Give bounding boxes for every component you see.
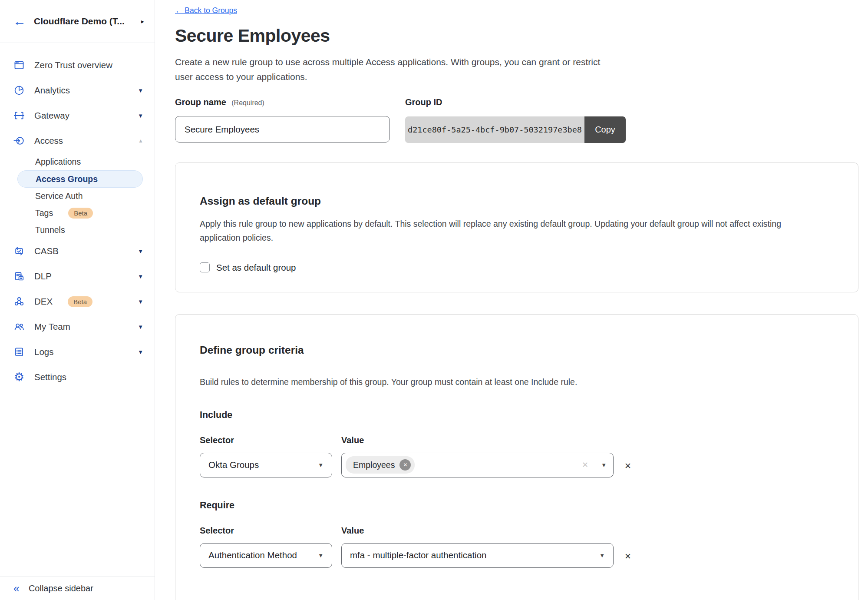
define-group-criteria-title: Define group criteria <box>200 344 834 356</box>
sidebar-item-label: Service Auth <box>35 191 83 201</box>
sidebar-item-label: Logs <box>34 347 53 357</box>
group-name-input[interactable] <box>175 116 390 143</box>
sidebar-item-dlp[interactable]: DLP▼ <box>0 264 155 289</box>
require-selector-dropdown[interactable]: Authentication Method ▼ <box>200 543 332 568</box>
beta-badge: Beta <box>68 208 93 219</box>
group-id-value: d21ce80f-5a25-4bcf-9b07-5032197e3be8 <box>405 116 584 143</box>
sidebar-nav: Zero Trust overviewAnalytics▼Gateway▼Acc… <box>0 43 155 390</box>
require-selector-value: Authentication Method <box>208 550 297 560</box>
dex-icon <box>13 296 25 307</box>
include-value-label: Value <box>341 435 614 445</box>
chevron-down-icon: ▼ <box>138 349 143 355</box>
group-id-label: Group ID <box>405 97 626 107</box>
sidebar-item-label: DLP <box>34 271 52 282</box>
sidebar-item-logs[interactable]: Logs▼ <box>0 339 155 365</box>
set-default-group-row[interactable]: Set as default group <box>200 262 834 273</box>
sidebar-item-access[interactable]: Access▲ <box>0 128 155 153</box>
define-group-criteria-description: Build rules to determine membership of t… <box>200 377 834 387</box>
require-value-dropdown[interactable]: mfa - multiple-factor authentication ▼ <box>341 543 614 568</box>
dlp-icon <box>13 271 25 282</box>
sidebar-item-my-team[interactable]: My Team▼ <box>0 314 155 339</box>
zero-trust-overview-icon <box>13 60 25 71</box>
sidebar-item-service-auth[interactable]: Service Auth <box>0 188 155 205</box>
back-to-groups-link[interactable]: ← Back to Groups <box>175 6 237 15</box>
group-name-label: Group name <box>175 97 226 107</box>
sidebar-item-label: Tunnels <box>35 225 65 235</box>
analytics-icon <box>13 85 25 96</box>
sidebar-item-label: Settings <box>34 372 66 382</box>
sidebar-item-label: Applications <box>35 157 81 167</box>
sidebar-item-tunnels[interactable]: Tunnels <box>0 222 155 239</box>
sidebar-item-settings[interactable]: ⚙Settings <box>0 365 155 390</box>
beta-badge: Beta <box>68 296 92 307</box>
sidebar-item-label: Zero Trust overview <box>34 60 112 70</box>
group-meta-row: Group name (Required) Group ID d21ce80f-… <box>175 97 858 143</box>
sidebar-item-analytics[interactable]: Analytics▼ <box>0 78 155 103</box>
sidebar-item-label: DEX <box>34 296 53 307</box>
value-tag-label: Employees <box>353 460 395 470</box>
value-tag: Employees ✕ <box>346 456 415 474</box>
back-arrow-icon[interactable]: ← <box>13 15 26 28</box>
assign-default-group-description: Apply this rule group to new application… <box>200 217 817 245</box>
copy-button[interactable]: Copy <box>584 116 626 143</box>
set-default-group-checkbox[interactable] <box>200 262 210 272</box>
my-team-icon <box>13 321 25 332</box>
sidebar-item-dex[interactable]: DEXBeta▼ <box>0 289 155 314</box>
include-heading: Include <box>200 410 834 421</box>
include-rule-row: Selector Okta Groups ▼ Value Employees ✕… <box>200 435 834 477</box>
sidebar-item-label: Access Groups <box>36 174 98 184</box>
group-name-field: Group name (Required) <box>175 97 405 143</box>
sidebar-item-casb[interactable]: CASB▼ <box>0 239 155 264</box>
sidebar-header: ← Cloudflare Demo (T... ▸ <box>0 0 155 43</box>
casb-icon <box>13 245 25 257</box>
collapse-sidebar-label: Collapse sidebar <box>29 583 93 593</box>
sidebar-item-label: Analytics <box>34 85 70 96</box>
require-value-text: mfa - multiple-factor authentication <box>350 550 486 560</box>
required-note: (Required) <box>231 99 264 106</box>
chevron-down-icon: ▼ <box>318 462 323 468</box>
sidebar-item-zero-trust-overview[interactable]: Zero Trust overview <box>0 53 155 78</box>
set-default-group-label: Set as default group <box>216 262 296 273</box>
require-selector-label: Selector <box>200 526 332 536</box>
collapse-sidebar-button[interactable]: « Collapse sidebar <box>0 577 155 600</box>
sidebar-item-label: Access <box>34 136 63 146</box>
chevron-down-icon: ▼ <box>138 273 143 280</box>
clear-values-icon[interactable]: ✕ <box>582 460 588 470</box>
sidebar-item-applications[interactable]: Applications <box>0 153 155 170</box>
include-selector-dropdown[interactable]: Okta Groups ▼ <box>200 453 332 477</box>
remove-tag-icon[interactable]: ✕ <box>399 459 411 471</box>
include-selector-label: Selector <box>200 435 332 445</box>
main-content: ← Back to Groups Secure Employees Create… <box>155 0 868 600</box>
require-heading: Require <box>200 500 834 511</box>
define-group-criteria-card: Define group criteria Build rules to det… <box>175 314 858 600</box>
assign-default-group-card: Assign as default group Apply this rule … <box>175 162 858 292</box>
page-title: Secure Employees <box>175 26 858 46</box>
sidebar-item-label: My Team <box>34 322 70 332</box>
chevron-right-icon[interactable]: ▸ <box>141 18 144 25</box>
sidebar: ← Cloudflare Demo (T... ▸ Zero Trust ove… <box>0 0 155 600</box>
sidebar-item-label: Tags <box>35 208 53 218</box>
logs-icon <box>13 346 25 358</box>
sidebar-item-tags[interactable]: TagsBeta <box>0 205 155 222</box>
sidebar-item-label: CASB <box>34 246 59 256</box>
assign-default-group-title: Assign as default group <box>200 195 834 207</box>
require-rule-row: Selector Authentication Method ▼ Value m… <box>200 526 834 568</box>
remove-require-rule-button[interactable]: ✕ <box>624 552 631 560</box>
chevrons-left-icon: « <box>13 582 20 595</box>
require-value-label: Value <box>341 526 614 536</box>
sidebar-item-gateway[interactable]: Gateway▼ <box>0 103 155 128</box>
sidebar-item-access-groups[interactable]: Access Groups <box>17 170 143 188</box>
remove-include-rule-button[interactable]: ✕ <box>624 462 631 470</box>
include-value-multiselect[interactable]: Employees ✕ ✕ ▼ <box>341 453 614 477</box>
access-icon <box>13 135 25 146</box>
chevron-down-icon: ▼ <box>138 113 143 119</box>
page-description: Create a new rule group to use across mu… <box>175 55 601 84</box>
group-id-field: Group ID d21ce80f-5a25-4bcf-9b07-5032197… <box>405 97 626 143</box>
chevron-down-icon: ▼ <box>138 87 143 94</box>
include-selector-value: Okta Groups <box>208 460 259 470</box>
chevron-up-icon: ▲ <box>138 138 143 144</box>
gateway-icon <box>13 110 25 121</box>
chevron-down-icon: ▼ <box>599 552 605 559</box>
chevron-down-icon: ▼ <box>601 462 607 468</box>
chevron-down-icon: ▼ <box>318 552 323 559</box>
